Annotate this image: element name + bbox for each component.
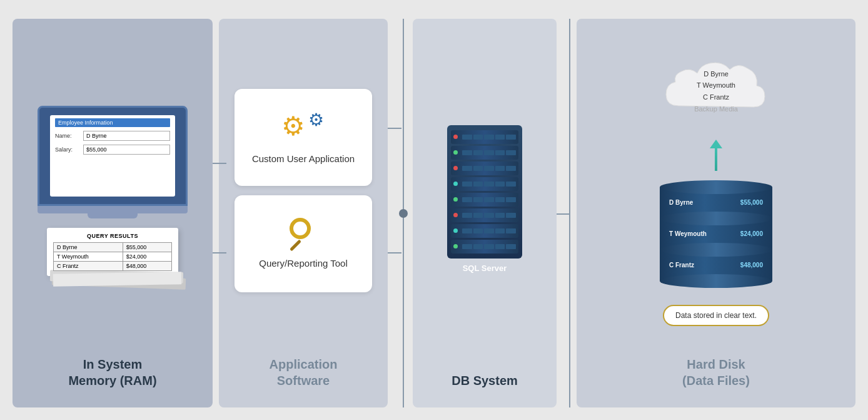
query-table: D Byrne $55,000 T Weymouth $24,000 C Fra… [53, 242, 172, 271]
query-tool-label: Query/Reporting Tool [259, 257, 347, 270]
db-row2-name: T Weymouth [669, 230, 707, 237]
db-top-cap [660, 180, 772, 194]
disk-content-area: D Byrne T Weymouth C Frantz Backup Media… [586, 31, 846, 350]
memory-label: In System Memory (RAM) [68, 356, 156, 389]
connector-db-right [557, 213, 570, 215]
light-red [453, 135, 458, 139]
cloud-name2: T Weymouth [672, 79, 760, 91]
search-icon [286, 218, 321, 252]
gear-small-icon: ⚙ [308, 111, 324, 129]
server-grid-7 [462, 228, 516, 233]
light-teal-2 [453, 228, 458, 233]
connector-bottom-right [213, 252, 226, 254]
name-value: D Byrne [83, 131, 170, 141]
panel-memory: Employee Information Name: D Byrne Salar… [13, 19, 213, 407]
server-label: SQL Server [463, 264, 507, 273]
panel-app: ⚙ ⚙ Custom User Application Query/Report… [219, 19, 388, 407]
server-unit-8 [451, 240, 518, 254]
db-bottom-cap [660, 274, 772, 288]
row1-salary: $55,000 [123, 242, 171, 252]
app-label: Application Software [270, 356, 338, 389]
gear-big-icon: ⚙ [281, 113, 305, 140]
light-red-3 [453, 213, 458, 217]
table-row: C Frantz $48,000 [54, 261, 172, 270]
server-grid-6 [462, 213, 516, 218]
alert-text: Data stored in clear text. [675, 311, 757, 320]
laptop-screen: Employee Information Name: D Byrne Salar… [38, 106, 188, 206]
cloud-backup-label: Backup Media [672, 103, 760, 115]
server-grid-2 [462, 150, 516, 155]
magnify-circle [290, 218, 311, 239]
memory-content-area: Employee Information Name: D Byrne Salar… [38, 31, 188, 350]
server-grid [462, 135, 516, 140]
db-mid-cap-2 [660, 243, 772, 257]
magnify-handle [289, 240, 301, 252]
arrow-head-up [710, 140, 722, 148]
server-unit-4 [451, 177, 518, 191]
server-rack-unit [447, 125, 522, 259]
db-mid-cap-1 [660, 212, 772, 225]
server-grid-3 [462, 166, 516, 171]
row3-salary: $48,000 [123, 261, 171, 270]
alert-box: Data stored in clear text. [663, 305, 769, 326]
light-green-2 [453, 197, 458, 202]
center-dot [399, 209, 408, 218]
server-unit-5 [451, 193, 518, 207]
query-title: QUERY RESULTS [53, 233, 172, 239]
salary-row: Salary: $55,000 [55, 145, 170, 155]
connector-app-bottom-right [388, 252, 401, 254]
query-results: QUERY RESULTS D Byrne $55,000 T Weymouth… [47, 228, 178, 276]
row2-salary: $24,000 [123, 252, 171, 261]
app-content-area: ⚙ ⚙ Custom User Application Query/Report… [235, 31, 372, 350]
arrow-line-up [715, 148, 717, 171]
db-row3-name: C Frantz [669, 262, 694, 269]
server-unit-3 [451, 161, 518, 175]
server-unit-1 [451, 130, 518, 144]
custom-app-card: ⚙ ⚙ Custom User Application [235, 89, 372, 186]
panel-db: SQL Server DB System [413, 19, 557, 407]
main-container: Employee Information Name: D Byrne Salar… [0, 0, 868, 420]
db-row3-salary: $48,000 [740, 262, 763, 269]
teal-arrow-up [710, 140, 722, 171]
laptop-stand [88, 213, 138, 218]
cloud-name1: D Byrne [672, 68, 760, 80]
db-row1-name: D Byrne [669, 199, 693, 206]
db-content-area: SQL Server [422, 31, 547, 366]
laptop-form: Employee Information Name: D Byrne Salar… [50, 115, 175, 197]
salary-label: Salary: [55, 146, 80, 153]
cloud-area: D Byrne T Weymouth C Frantz Backup Media [660, 56, 772, 127]
table-row: T Weymouth $24,000 [54, 252, 172, 261]
custom-app-label: Custom User Application [252, 153, 355, 165]
salary-value: $55,000 [83, 145, 170, 155]
query-tool-card: Query/Reporting Tool [235, 195, 372, 292]
light-green [453, 150, 458, 155]
row2-name: T Weymouth [54, 252, 123, 261]
gear-icons: ⚙ ⚙ [281, 110, 325, 148]
connector-top-right [213, 163, 226, 164]
cloud-name3: C Frantz [672, 91, 760, 103]
name-row: Name: D Byrne [55, 131, 170, 141]
cloud-text-area: D Byrne T Weymouth C Frantz Backup Media [672, 68, 760, 115]
db-row1-salary: $55,000 [740, 199, 763, 206]
server-grid-5 [462, 197, 516, 202]
laptop-diagram: Employee Information Name: D Byrne Salar… [38, 106, 188, 218]
laptop-base [38, 206, 188, 213]
db-label: DB System [452, 372, 518, 389]
form-title: Employee Information [55, 118, 170, 127]
server-rack: SQL Server [447, 125, 522, 273]
light-green-3 [453, 244, 458, 248]
light-red-2 [453, 166, 458, 170]
row1-name: D Byrne [54, 242, 123, 252]
server-unit-6 [451, 208, 518, 222]
server-grid-4 [462, 182, 516, 187]
panel-disk: D Byrne T Weymouth C Frantz Backup Media… [577, 19, 855, 407]
name-label: Name: [55, 133, 80, 139]
mid-connector [394, 19, 413, 407]
database-cylinders: D Byrne $55,000 T Weymouth $24,000 C Fra… [654, 180, 779, 288]
server-unit-2 [451, 146, 518, 160]
server-grid-8 [462, 244, 516, 249]
disk-label: Hard Disk (Data Files) [682, 356, 750, 389]
row3-name: C Frantz [54, 261, 123, 270]
light-teal [453, 182, 458, 186]
db-row2-salary: $24,000 [740, 230, 763, 237]
